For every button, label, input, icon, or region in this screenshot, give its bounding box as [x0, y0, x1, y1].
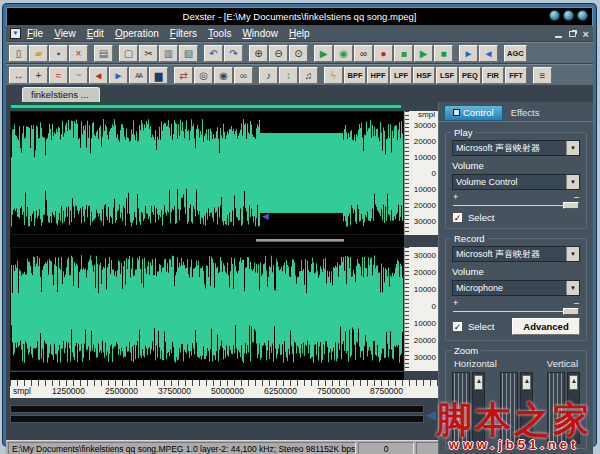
undo-button[interactable]: ↶	[204, 45, 223, 62]
pause-button[interactable]: ▮▮	[394, 45, 413, 62]
system-menu-icon[interactable]: ▼	[10, 28, 21, 39]
menu-filters[interactable]: Filters	[170, 28, 197, 39]
record-volume-slider[interactable]: + –	[453, 300, 579, 312]
advanced-button[interactable]: Advanced	[512, 318, 580, 335]
stop-button[interactable]: ■	[434, 45, 453, 62]
close-file-button[interactable]: ×	[69, 45, 88, 62]
waveform-view-button[interactable]: ≈	[49, 67, 68, 84]
play-selection-button[interactable]: ▶	[414, 45, 433, 62]
zoom-horizontal-fader-1[interactable]	[452, 372, 485, 446]
lpf-button[interactable]: LPF	[390, 67, 412, 84]
mdi-close-icon[interactable]: ×	[583, 29, 589, 39]
spectrum-view-button[interactable]: ~	[69, 67, 88, 84]
music-note-button[interactable]: ♫	[299, 67, 318, 84]
zoom-in-button[interactable]: ⊕	[249, 45, 268, 62]
record-button[interactable]: ●	[374, 45, 393, 62]
fader-thumb[interactable]	[569, 375, 578, 390]
record-device-value: Microsoft 声音映射器	[453, 248, 566, 261]
adjust-button[interactable]: ↕	[279, 67, 298, 84]
copy-to-new-button[interactable]: ▢	[119, 45, 138, 62]
horizontal-scrollbar-1[interactable]	[10, 405, 424, 413]
paste-button[interactable]: ▧	[179, 45, 198, 62]
record-device-select[interactable]: Microsoft 声音映射器 ▼	[452, 246, 580, 262]
menu-edit[interactable]: Edit	[87, 28, 104, 39]
window-maximize-button[interactable]	[563, 10, 574, 21]
titlebar[interactable]: Dexster - [E:\My Documents\finkelstiens …	[7, 8, 592, 25]
mdi-minimize-icon[interactable]	[555, 36, 562, 38]
zoom-out-button[interactable]: ⊖	[269, 45, 288, 62]
record-volume-slider-thumb[interactable]	[563, 308, 579, 315]
region-button[interactable]: ▆	[149, 67, 168, 84]
copy-button[interactable]: ▥	[159, 45, 178, 62]
selection-bar	[10, 372, 404, 380]
chevron-down-icon[interactable]: ▼	[566, 141, 579, 155]
save-file-button[interactable]: ▪	[49, 45, 68, 62]
play-volume-select[interactable]: Volume Control ▼	[452, 174, 580, 190]
play-select-checkbox[interactable]: ✓	[452, 212, 463, 223]
peq-button[interactable]: PEQ	[459, 67, 481, 84]
agc-button[interactable]: AGC	[504, 45, 527, 62]
speaker-forward-button[interactable]: ►	[459, 45, 478, 62]
menu-view[interactable]: View	[54, 28, 76, 39]
edit-note-button[interactable]: ♪	[259, 67, 278, 84]
lsf-button[interactable]: LSF	[436, 67, 458, 84]
mdi-restore-icon[interactable]	[569, 31, 576, 37]
waveform-channel-left[interactable]	[10, 111, 404, 235]
divider-drag-bar[interactable]	[256, 239, 344, 242]
edit-list-button[interactable]: ≡	[533, 67, 552, 84]
record-select-checkbox[interactable]: ✓	[452, 321, 463, 332]
chevron-down-icon[interactable]: ▼	[566, 175, 579, 189]
hpf-button[interactable]: HPF	[367, 67, 389, 84]
mixer-button[interactable]: ϟ	[324, 67, 343, 84]
marker-forward-button[interactable]: ►	[109, 67, 128, 84]
play-device-select[interactable]: Microsoft 声音映射器 ▼	[452, 140, 580, 156]
sound-button[interactable]: ◎	[194, 67, 213, 84]
overview-strip[interactable]	[10, 104, 402, 109]
chevron-down-icon[interactable]: ▼	[566, 247, 579, 261]
convert-button[interactable]: ⇄	[174, 67, 193, 84]
play-volume-slider-thumb[interactable]	[563, 202, 579, 209]
hsf-button[interactable]: HSF	[413, 67, 435, 84]
speaker-back-button[interactable]: ◄	[479, 45, 498, 62]
toolbar-tools: ↔+≈~◄►AA▆⇄◎◉∞♪↕♫ϟBPFHPFLPFHSFLSFPEQFIRFF…	[6, 64, 593, 86]
zoom-vertical-fader[interactable]	[547, 372, 580, 446]
menu-tools[interactable]: Tools	[208, 28, 231, 39]
marker-back-button[interactable]: ◄	[89, 67, 108, 84]
play-volume-slider[interactable]: + –	[453, 194, 579, 206]
text-label-button[interactable]: AA	[129, 67, 148, 84]
fader-thumb[interactable]	[474, 375, 483, 390]
zoom-selection-button[interactable]: ⊙	[289, 45, 308, 62]
fit-view-button[interactable]: ↔	[9, 67, 28, 84]
open-file-button[interactable]: ▰	[29, 45, 48, 62]
fir-button[interactable]: FIR	[482, 67, 504, 84]
record-volume-select[interactable]: Microphone ▼	[452, 280, 580, 296]
cursor-position-button[interactable]: +	[29, 67, 48, 84]
document-tab[interactable]: finkelstiens ...	[22, 87, 100, 102]
panel-tab-effects[interactable]: Effects	[503, 105, 548, 121]
menu-operation[interactable]: Operation	[115, 28, 159, 39]
menu-file[interactable]: File	[27, 28, 43, 39]
play-all-button[interactable]: ◉	[334, 45, 353, 62]
chevron-down-icon[interactable]: ▼	[566, 281, 579, 295]
fft-button[interactable]: FFT	[505, 67, 527, 84]
sound-settings-button[interactable]: ◉	[214, 67, 233, 84]
redo-button[interactable]: ↷	[224, 45, 243, 62]
menu-window[interactable]: Window	[242, 28, 278, 39]
panel-collapse-arrow-icon[interactable]: ◀	[426, 407, 436, 422]
bpf-button[interactable]: BPF	[344, 67, 366, 84]
loop-button[interactable]: ∞	[354, 45, 373, 62]
window-close-button[interactable]	[577, 10, 588, 21]
fader-thumb[interactable]	[522, 375, 531, 390]
horizontal-scrollbar-2[interactable]	[10, 415, 424, 423]
cut-button[interactable]: ✂	[139, 45, 158, 62]
menu-help[interactable]: Help	[289, 28, 310, 39]
playhead-marker-icon[interactable]: ◀	[262, 211, 269, 221]
waveform-channel-right[interactable]	[10, 247, 404, 371]
window-minimize-button[interactable]	[549, 10, 560, 21]
zoom-horizontal-fader-2[interactable]	[500, 372, 533, 446]
panel-tab-control[interactable]: Control	[444, 105, 503, 121]
new-file-button[interactable]: ▯	[9, 45, 28, 62]
link-button[interactable]: ∞	[234, 67, 253, 84]
file-properties-button[interactable]: ▤	[94, 45, 113, 62]
play-button[interactable]: ▶	[314, 45, 333, 62]
